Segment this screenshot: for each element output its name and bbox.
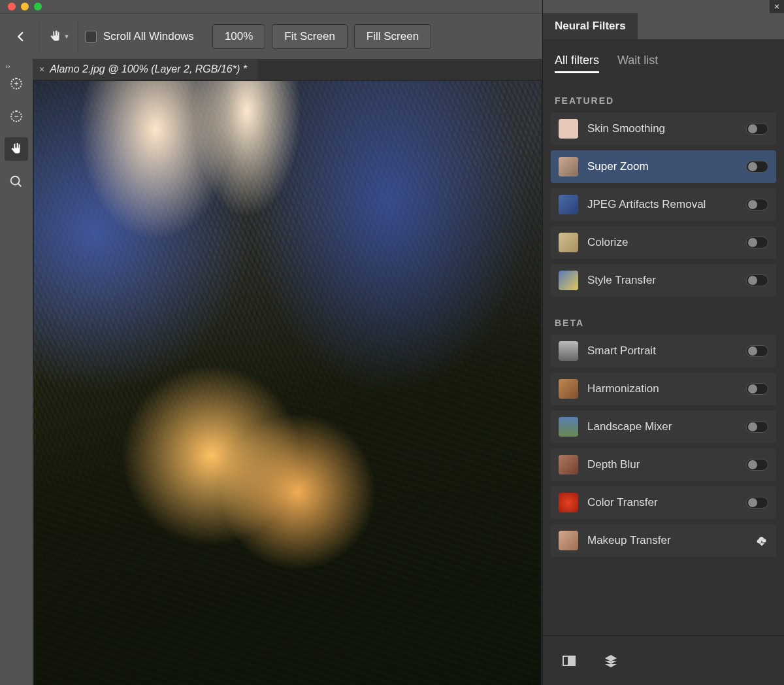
- hand-tool[interactable]: [5, 137, 28, 161]
- svg-rect-2: [563, 656, 568, 665]
- filter-color-transfer[interactable]: Color Transfer: [551, 486, 776, 519]
- filter-label: Makeup Transfer: [587, 534, 746, 547]
- svg-rect-3: [570, 656, 575, 665]
- document-tab-bar: × Alamo 2.jpg @ 100% (Layer 2, RGB/16*) …: [33, 59, 542, 80]
- filter-label: Super Zoom: [587, 160, 737, 173]
- filter-toggle[interactable]: [746, 497, 768, 509]
- chevron-down-icon: ▼: [64, 33, 70, 40]
- filter-toggle[interactable]: [746, 383, 768, 395]
- filter-thumb-icon: [559, 157, 578, 176]
- filter-thumb-icon: [559, 341, 578, 361]
- window-titlebar: [0, 0, 542, 13]
- filter-label: Color Transfer: [587, 496, 737, 509]
- close-icon[interactable]: ×: [39, 64, 44, 75]
- filter-label: Depth Blur: [587, 458, 737, 471]
- filter-harmonization[interactable]: Harmonization: [551, 373, 776, 405]
- canvas-area[interactable]: [33, 80, 542, 685]
- filter-toggle[interactable]: [746, 459, 768, 471]
- zoom-in-tool[interactable]: +: [5, 72, 28, 95]
- section-beta: BETA: [551, 302, 776, 335]
- filter-toggle[interactable]: [746, 275, 768, 286]
- filter-skin-smoothing[interactable]: Skin Smoothing: [551, 112, 776, 145]
- filter-thumb-icon: [559, 233, 578, 252]
- window-close-icon[interactable]: [8, 3, 16, 10]
- filter-thumb-icon: [559, 195, 578, 214]
- filter-thumb-icon: [559, 493, 578, 512]
- filter-label: JPEG Artifacts Removal: [587, 198, 737, 211]
- filter-jpeg-artifacts[interactable]: JPEG Artifacts Removal: [551, 188, 776, 221]
- filter-thumb-icon: [559, 119, 578, 139]
- layers-icon[interactable]: [603, 653, 619, 669]
- filter-makeup-transfer[interactable]: Makeup Transfer: [551, 524, 776, 557]
- hand-tool-dropdown[interactable]: ▼: [46, 24, 71, 49]
- filter-toggle[interactable]: [746, 199, 768, 210]
- filter-super-zoom[interactable]: Super Zoom: [551, 150, 776, 183]
- filter-smart-portrait[interactable]: Smart Portrait: [551, 335, 776, 367]
- download-icon[interactable]: [755, 534, 768, 547]
- fit-screen-button[interactable]: Fit Screen: [272, 24, 347, 49]
- tab-wait-list[interactable]: Wait list: [617, 54, 658, 73]
- divider: [78, 21, 78, 52]
- filter-label: Colorize: [587, 236, 737, 249]
- panel-close-button[interactable]: ×: [770, 0, 784, 13]
- filter-label: Smart Portrait: [587, 344, 737, 358]
- tab-all-filters[interactable]: All filters: [555, 54, 599, 73]
- scroll-all-checkbox[interactable]: [85, 31, 97, 42]
- back-button[interactable]: [9, 25, 33, 48]
- filter-label: Landscape Mixer: [587, 420, 737, 433]
- panel-title-tab[interactable]: Neural Filters: [543, 13, 638, 39]
- filter-label: Harmonization: [587, 382, 737, 395]
- magnify-tool[interactable]: [5, 170, 28, 193]
- tool-strip: + −: [0, 59, 33, 685]
- filter-label: Skin Smoothing: [587, 122, 737, 135]
- filter-style-transfer[interactable]: Style Transfer: [551, 264, 776, 297]
- fill-screen-button[interactable]: Fill Screen: [354, 24, 431, 49]
- filter-thumb-icon: [559, 271, 578, 290]
- svg-line-1: [18, 184, 22, 187]
- filter-thumb-icon: [559, 379, 578, 399]
- filter-label: Style Transfer: [587, 274, 737, 287]
- expand-panels-icon[interactable]: ››: [0, 59, 16, 73]
- document-title: Alamo 2.jpg @ 100% (Layer 2, RGB/16*) *: [50, 63, 247, 75]
- zoom-100-button[interactable]: 100%: [212, 24, 265, 49]
- filter-toggle[interactable]: [746, 237, 768, 248]
- filter-toggle[interactable]: [746, 123, 768, 135]
- section-featured: FEATURED: [551, 80, 776, 112]
- canvas-image: [34, 81, 541, 685]
- filter-toggle[interactable]: [746, 161, 768, 173]
- zoom-out-tool[interactable]: −: [5, 105, 28, 128]
- compare-icon[interactable]: [561, 653, 577, 669]
- filter-thumb-icon: [559, 455, 578, 475]
- filter-depth-blur[interactable]: Depth Blur: [551, 448, 776, 481]
- filter-thumb-icon: [559, 531, 578, 550]
- filter-landscape-mixer[interactable]: Landscape Mixer: [551, 410, 776, 443]
- panel-footer: [543, 635, 784, 685]
- divider: [39, 21, 40, 52]
- document-tab[interactable]: × Alamo 2.jpg @ 100% (Layer 2, RGB/16*) …: [33, 59, 257, 80]
- filter-colorize[interactable]: Colorize: [551, 226, 776, 259]
- filter-toggle[interactable]: [746, 345, 768, 357]
- window-minimize-icon[interactable]: [21, 3, 29, 10]
- filter-toggle[interactable]: [746, 421, 768, 433]
- options-bar: ▼ Scroll All Windows 100% Fit Screen Fil…: [0, 13, 542, 59]
- svg-point-0: [11, 176, 20, 185]
- filter-thumb-icon: [559, 417, 578, 437]
- scroll-all-label: Scroll All Windows: [103, 30, 194, 43]
- window-maximize-icon[interactable]: [34, 3, 42, 10]
